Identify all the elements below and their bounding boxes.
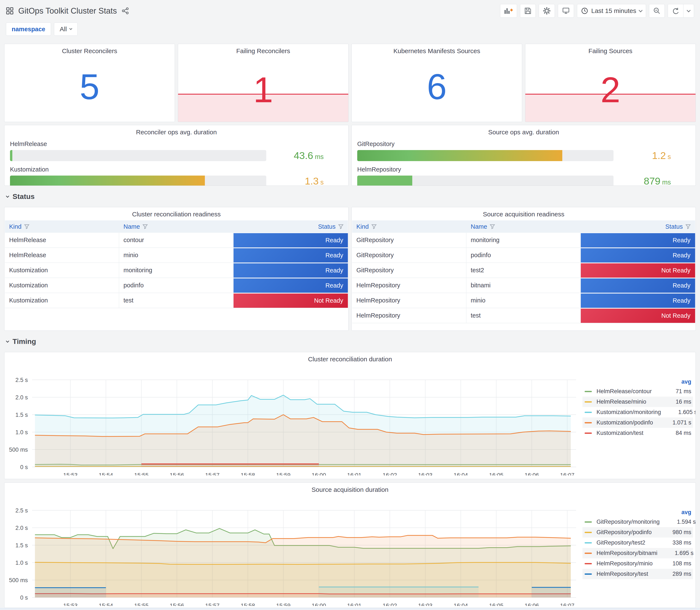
status-badge: Ready: [581, 233, 695, 247]
table-header-row: KindNameStatus: [352, 220, 695, 233]
refresh-interval-dropdown[interactable]: [683, 4, 694, 17]
panel-title[interactable]: Kubernetes Manifests Sources: [352, 44, 522, 54]
dashboard-toolbar: Last 15 minutes: [500, 4, 694, 18]
gauge-fill: [357, 176, 412, 186]
zoom-out-button[interactable]: [649, 4, 665, 18]
cell-status: Ready: [233, 278, 348, 293]
panel-title[interactable]: Cluster reconciliation duration: [4, 352, 696, 363]
status-badge: Not Ready: [233, 293, 348, 308]
chevron-down-icon: [639, 8, 642, 12]
svg-text:16:07: 16:07: [560, 472, 574, 476]
filter-funnel-icon[interactable]: [24, 224, 30, 229]
legend-avg-header[interactable]: avg: [583, 377, 693, 386]
refresh-button-group: [668, 4, 694, 18]
row-header-timing[interactable]: Timing: [4, 331, 696, 352]
top-nav: GitOps Toolkit Cluster Stats: [0, 0, 700, 19]
chart-panel-cluster-reconciliation-duration: Cluster reconciliation duration0 s500 ms…: [4, 352, 696, 479]
filter-funnel-icon[interactable]: [490, 224, 495, 229]
grafana-dashboard: GitOps Toolkit Cluster Stats: [0, 0, 700, 610]
chevron-down-icon: [6, 339, 9, 343]
column-header-name[interactable]: Name: [467, 223, 581, 230]
legend-series-name[interactable]: GitRepository/test2: [596, 540, 655, 546]
svg-text:2.5 s: 2.5 s: [15, 377, 28, 383]
cell-kind: HelmRelease: [5, 233, 119, 247]
legend-series-name[interactable]: HelmRepository/test: [596, 571, 655, 577]
column-header-status[interactable]: Status: [581, 223, 695, 230]
status-badge: Ready: [233, 263, 348, 277]
legend-series-color-dash: [585, 542, 592, 544]
legend-series-name[interactable]: Kustomization/test: [596, 430, 655, 436]
legend-series-name[interactable]: GitRepository/monitoring: [596, 519, 660, 525]
filter-funnel-icon[interactable]: [685, 224, 691, 229]
legend-series-name[interactable]: GitRepository/podinfo: [596, 529, 655, 535]
cell-kind: HelmRepository: [352, 278, 467, 293]
legend-item: GitRepository/podinfo980 ms: [583, 527, 693, 537]
svg-text:16:03: 16:03: [418, 472, 433, 476]
series-line-helmrepository-minio: [35, 594, 571, 594]
table-row: HelmRepositoryminioReady: [352, 293, 695, 308]
filter-funnel-icon[interactable]: [338, 224, 344, 229]
settings-gear-button[interactable]: [539, 4, 555, 18]
svg-text:0 s: 0 s: [20, 464, 28, 470]
cell-name: podinfo: [467, 248, 581, 262]
readiness-table: KindNameStatusGitRepositorymonitoringRea…: [352, 220, 696, 323]
legend-series-name[interactable]: HelmRepository/bitnami: [596, 550, 657, 557]
row-header-status[interactable]: Status: [4, 186, 696, 207]
svg-text:16:00: 16:00: [312, 603, 326, 606]
status-badge: Ready: [581, 278, 695, 293]
gauge-label: HelmRepository: [357, 166, 690, 173]
variable-namespace-value-dropdown[interactable]: All: [54, 22, 78, 36]
svg-text:15:57: 15:57: [205, 472, 220, 476]
gauge-label: Kustomization: [10, 166, 343, 173]
svg-text:1.0 s: 1.0 s: [15, 429, 28, 435]
cell-status: Ready: [581, 248, 695, 262]
legend-series-name[interactable]: HelmRelease/contour: [596, 388, 655, 395]
panel-title[interactable]: Source acquisition readiness: [352, 207, 696, 218]
svg-text:500 ms: 500 ms: [9, 447, 28, 453]
legend-series-name[interactable]: Kustomization/podinfo: [596, 419, 655, 426]
table-row: HelmReleasecontourReady: [5, 233, 348, 248]
svg-text:16:01: 16:01: [347, 472, 362, 476]
cell-status: Ready: [233, 263, 348, 277]
panel-title[interactable]: Cluster reconciliation readiness: [4, 207, 348, 218]
legend-series-color-dash: [585, 574, 592, 575]
variable-namespace-label[interactable]: namespace: [6, 22, 51, 36]
time-range-picker[interactable]: Last 15 minutes: [577, 4, 646, 18]
cell-kind: GitRepository: [352, 263, 467, 277]
gauge-track: [10, 150, 266, 161]
filter-funnel-icon[interactable]: [142, 224, 148, 229]
gauge-row: 879ms: [357, 175, 690, 186]
kiosk-tv-button[interactable]: [558, 4, 574, 18]
legend-series-name[interactable]: Kustomization/monitoring: [596, 409, 661, 416]
gauge-row: 43.6ms: [10, 150, 343, 161]
cell-name: monitoring: [119, 263, 233, 277]
save-dashboard-button[interactable]: [520, 4, 536, 18]
cell-kind: HelmRelease: [5, 248, 119, 262]
legend-series-color-dash: [585, 433, 592, 434]
legend-series-name[interactable]: HelmRelease/minio: [596, 399, 655, 405]
filter-funnel-icon[interactable]: [371, 224, 377, 229]
panel-title[interactable]: Source ops avg. duration: [357, 125, 690, 136]
dashboard-title: GitOps Toolkit Cluster Stats: [18, 6, 117, 16]
column-header-kind[interactable]: Kind: [5, 223, 119, 230]
svg-text:15:59: 15:59: [276, 603, 291, 606]
panel-title[interactable]: Source acquisition duration: [4, 483, 696, 493]
legend-avg-header[interactable]: avg: [583, 508, 693, 517]
svg-text:15:55: 15:55: [134, 472, 149, 476]
refresh-button[interactable]: [668, 4, 683, 17]
dashboard-grid-icon[interactable]: [6, 7, 14, 15]
column-header-status[interactable]: Status: [233, 223, 348, 230]
bottom-strip: [0, 608, 700, 610]
column-header-name[interactable]: Name: [119, 223, 233, 230]
panel-title[interactable]: Reconciler ops avg. duration: [10, 125, 343, 136]
column-header-kind[interactable]: Kind: [352, 223, 467, 230]
share-icon[interactable]: [121, 7, 129, 15]
cell-name: bitnami: [467, 278, 581, 293]
panel-title[interactable]: Failing Reconcilers: [178, 44, 348, 54]
panel-title[interactable]: Failing Sources: [525, 44, 696, 54]
panel-title[interactable]: Cluster Reconcilers: [4, 44, 175, 54]
add-panel-button[interactable]: [500, 4, 517, 18]
cell-name: test: [467, 308, 581, 323]
svg-text:1.5 s: 1.5 s: [15, 542, 28, 549]
legend-series-name[interactable]: HelmRepository/minio: [596, 560, 655, 567]
